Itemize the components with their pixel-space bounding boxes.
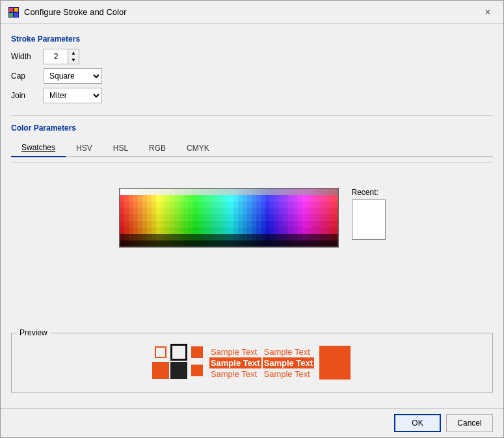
recent-cell[interactable] [352, 226, 359, 233]
recent-cell[interactable] [372, 200, 378, 207]
recent-cell[interactable] [359, 200, 365, 207]
preview-sq-2 [170, 344, 187, 361]
recent-cell[interactable] [359, 207, 365, 213]
spinbox-up[interactable]: ▲ [68, 49, 79, 57]
recent-cell[interactable] [372, 213, 378, 220]
recent-cell[interactable] [365, 220, 372, 226]
recent-label: Recent: [352, 188, 378, 197]
svg-rect-1 [14, 8, 18, 12]
recent-cell[interactable] [372, 233, 378, 239]
preview-filled-rect [319, 346, 351, 380]
recent-cell[interactable] [378, 220, 385, 226]
recent-cell[interactable] [365, 233, 372, 239]
svg-rect-3 [14, 13, 18, 17]
preview-text-1: Sample Text [209, 346, 261, 357]
recent-cell[interactable] [359, 226, 365, 233]
spinbox-down[interactable]: ▼ [68, 57, 79, 64]
preview-label: Preview [17, 328, 50, 337]
svg-rect-0 [9, 8, 13, 12]
preview-text-6: Sample Text [263, 368, 315, 380]
join-select[interactable]: Miter Round Bevel [44, 88, 102, 103]
recent-cell[interactable] [365, 207, 372, 213]
cap-row: Cap Square Round Butt [11, 68, 493, 84]
preview-sq-5 [170, 362, 187, 379]
width-row: Width 2 ▲ ▼ [11, 49, 493, 64]
close-button[interactable]: × [480, 5, 496, 20]
color-tabs: Swatches HSV HSL RGB CMYK [11, 138, 493, 157]
recent-cell[interactable] [365, 226, 372, 233]
preview-sq-3 [191, 346, 203, 358]
ok-button[interactable]: OK [394, 414, 441, 432]
recent-cell[interactable] [365, 200, 372, 207]
recent-cell[interactable] [352, 213, 359, 220]
recent-cell[interactable] [372, 226, 378, 233]
cancel-button[interactable]: Cancel [446, 414, 493, 432]
dialog-footer: OK Cancel [1, 408, 503, 437]
recent-cell[interactable] [352, 200, 359, 207]
recent-cell[interactable] [352, 233, 359, 239]
preview-sq-6 [191, 365, 203, 376]
tab-hsv[interactable]: HSV [66, 139, 103, 157]
join-label: Join [11, 91, 37, 100]
preview-text-3: Sample Text [209, 357, 261, 368]
recent-cell[interactable] [352, 220, 359, 226]
recent-cell[interactable] [378, 233, 385, 239]
tab-swatches[interactable]: Swatches [11, 139, 66, 157]
recent-cell[interactable] [372, 220, 378, 226]
color-header: Color Parameters [11, 123, 493, 133]
recent-cell[interactable] [365, 213, 372, 220]
preview-content: Sample Text Sample Text Sample Text Samp… [20, 339, 484, 387]
recent-section: Recent: [352, 188, 386, 240]
spinbox-buttons: ▲ ▼ [68, 49, 79, 64]
recent-cell[interactable] [378, 207, 385, 213]
preview-sq-4 [152, 362, 169, 379]
titlebar: Configure Stroke and Color × [1, 1, 503, 24]
recent-cell[interactable] [378, 200, 385, 207]
width-input[interactable]: 2 [44, 49, 68, 64]
dialog-content: Stroke Parameters Width 2 ▲ ▼ Cap Square… [1, 24, 503, 408]
dialog-title: Configure Stroke and Color [24, 7, 127, 17]
preview-text-4: Sample Text [263, 357, 315, 368]
app-icon [8, 7, 19, 18]
preview-texts: Sample Text Sample Text Sample Text Samp… [209, 346, 314, 380]
tab-hsl[interactable]: HSL [103, 139, 139, 157]
width-spinbox[interactable]: 2 ▲ ▼ [44, 49, 79, 64]
recent-cell[interactable] [359, 213, 365, 220]
color-params-section: Color Parameters Swatches HSV HSL RGB CM… [11, 121, 493, 163]
configure-dialog: Configure Stroke and Color × Stroke Para… [0, 0, 504, 438]
tab-cmyk[interactable]: CMYK [176, 139, 220, 157]
color-swatch-grid[interactable] [119, 188, 339, 248]
svg-rect-2 [9, 13, 13, 17]
recent-cell[interactable] [359, 233, 365, 239]
preview-text-2: Sample Text [263, 346, 315, 357]
preview-section: Preview Sample Text Sample Text [11, 333, 493, 393]
width-label: Width [11, 52, 37, 61]
stroke-header: Stroke Parameters [11, 34, 493, 44]
recent-cell[interactable] [378, 226, 385, 233]
preview-sq-1 [155, 346, 166, 358]
recent-cell[interactable] [378, 213, 385, 220]
join-row: Join Miter Round Bevel [11, 88, 493, 103]
tab-rgb[interactable]: RGB [139, 139, 176, 157]
recent-colors-grid [352, 200, 386, 240]
cap-select[interactable]: Square Round Butt [44, 68, 102, 84]
stroke-params-section: Stroke Parameters Width 2 ▲ ▼ Cap Square… [11, 32, 493, 116]
preview-text-5: Sample Text [209, 368, 261, 380]
preview-squares [153, 345, 204, 380]
titlebar-left: Configure Stroke and Color [8, 7, 127, 18]
recent-cell[interactable] [359, 220, 365, 226]
cap-label: Cap [11, 71, 37, 81]
recent-cell[interactable] [352, 207, 359, 213]
recent-cell[interactable] [372, 207, 378, 213]
swatches-content: Recent: [11, 168, 493, 333]
